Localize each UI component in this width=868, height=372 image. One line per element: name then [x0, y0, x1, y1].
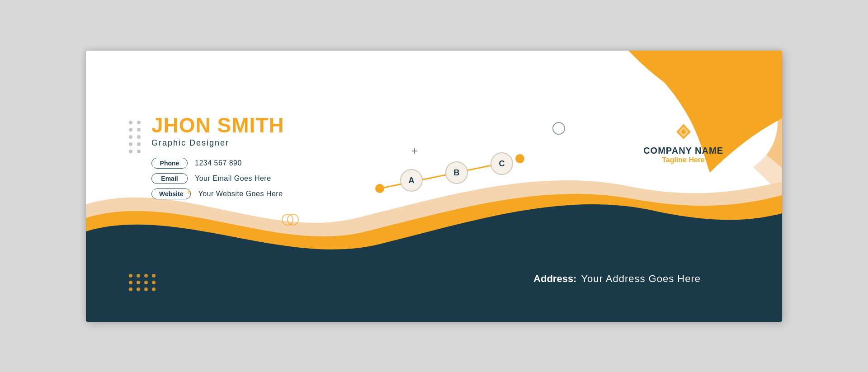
- double-circle-decoration: [280, 210, 300, 231]
- company-logo: [643, 122, 723, 142]
- svg-point-10: [375, 184, 384, 193]
- person-name: JHON SMITH: [151, 114, 284, 137]
- contact-phone: Phone 1234 567 890: [151, 158, 284, 169]
- contact-website: Website Your Website Goes Here: [151, 188, 284, 199]
- contact-list: Phone 1234 567 890 Email Your Email Goes…: [151, 158, 284, 199]
- website-value: Your Website Goes Here: [198, 190, 283, 198]
- company-section: COMPANY NAME Tagline Here: [643, 122, 723, 164]
- decorative-dots-left: [129, 121, 142, 153]
- decorative-dots-bottom: [129, 274, 156, 291]
- svg-point-11: [515, 154, 524, 163]
- company-name: COMPANY NAME: [643, 146, 723, 156]
- svg-text:A: A: [409, 176, 415, 185]
- contact-email: Email Your Email Goes Here: [151, 173, 284, 184]
- person-title: Graphic Designer: [151, 138, 284, 148]
- phone-label: Phone: [151, 158, 188, 169]
- email-label: Email: [151, 173, 188, 184]
- circle-decoration: [552, 122, 565, 135]
- person-info: JHON SMITH Graphic Designer Phone 1234 5…: [151, 114, 284, 200]
- plus-decoration-left: +: [186, 187, 192, 198]
- svg-text:C: C: [499, 159, 505, 168]
- company-tagline: Tagline Here: [643, 156, 723, 164]
- address-value: Your Address Goes Here: [581, 273, 701, 285]
- address-label: Address:: [533, 273, 576, 285]
- website-label: Website: [151, 188, 191, 199]
- address-section: Address: Your Address Goes Here: [533, 273, 701, 285]
- svg-text:B: B: [454, 168, 460, 177]
- email-value: Your Email Goes Here: [195, 174, 271, 183]
- abc-diagram: A B C: [366, 148, 538, 204]
- business-card: JHON SMITH Graphic Designer Phone 1234 5…: [86, 51, 782, 322]
- phone-value: 1234 567 890: [195, 159, 242, 167]
